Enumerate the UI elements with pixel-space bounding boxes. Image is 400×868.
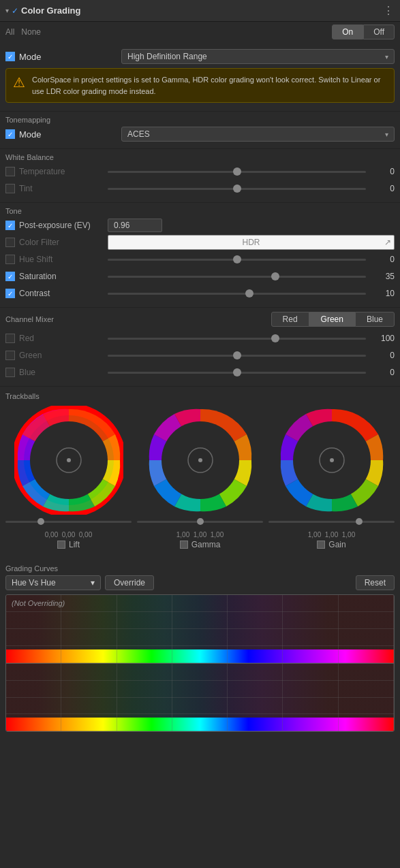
trackball-lift-slider[interactable] — [5, 517, 132, 526]
temperature-value: 0 — [370, 167, 395, 176]
more-options-icon[interactable]: ⋮ — [383, 4, 395, 17]
channel-blue-slider[interactable] — [108, 366, 366, 379]
white-balance-label: White Balance — [5, 153, 395, 161]
hdr-field[interactable]: HDR ↗ — [108, 235, 395, 250]
color-filter-checkbox[interactable] — [5, 238, 15, 247]
channel-red-label: Red — [19, 334, 108, 343]
panel-title: Color Grading — [21, 5, 383, 16]
trackball-gain: 1,00 1,00 1,00 Gain — [268, 406, 395, 549]
tint-row: Tint 0 — [5, 181, 395, 196]
post-exposure-label: Post-exposure (EV) — [19, 221, 108, 230]
hue-shift-slider[interactable] — [108, 253, 366, 266]
channel-buttons: Red Green Blue — [271, 312, 395, 327]
trackball-lift-thumb[interactable] — [37, 518, 44, 525]
reset-button[interactable]: Reset — [356, 575, 395, 590]
channel-blue-thumb[interactable] — [233, 368, 241, 376]
tint-checkbox[interactable] — [5, 184, 15, 193]
saturation-slider[interactable] — [108, 270, 366, 283]
channel-red-slider[interactable] — [108, 332, 366, 344]
tint-thumb[interactable] — [233, 184, 241, 193]
temperature-row: Temperature 0 — [5, 164, 395, 179]
channel-green-thumb[interactable] — [233, 351, 241, 359]
trackball-gamma-slider[interactable] — [137, 517, 263, 526]
trackball-gain-label: Gain — [317, 540, 345, 549]
tint-slider[interactable] — [108, 182, 366, 195]
trackball-gamma-ring[interactable] — [146, 406, 255, 515]
contrast-control: 10 — [108, 287, 395, 300]
channel-red-thumb[interactable] — [271, 334, 279, 342]
trackballs-section: Trackballs — [0, 387, 400, 560]
tonemapping-mode-value: ACES — [127, 129, 150, 139]
tint-value: 0 — [370, 184, 395, 193]
channel-red-checkbox[interactable] — [5, 334, 15, 343]
hue-shift-control: 0 — [108, 253, 395, 266]
contrast-value: 10 — [370, 289, 395, 298]
off-button[interactable]: Off — [363, 25, 395, 39]
trackball-lift-name: Lift — [69, 540, 80, 549]
trackball-gain-slider[interactable] — [268, 517, 395, 526]
temperature-slider[interactable] — [108, 165, 366, 178]
tonemapping-mode-checkbox[interactable] — [5, 129, 15, 139]
saturation-thumb[interactable] — [271, 272, 279, 280]
trackball-gamma-name: Gamma — [191, 540, 221, 549]
temperature-control: 0 — [108, 165, 395, 178]
enabled-checkbox-icon[interactable]: ✓ — [12, 6, 18, 16]
tint-label: Tint — [19, 184, 108, 193]
temperature-thumb[interactable] — [233, 167, 241, 176]
trackball-gain-values: 1,00 1,00 1,00 — [308, 531, 356, 539]
none-button[interactable]: None — [21, 27, 41, 37]
override-button[interactable]: Override — [105, 575, 154, 590]
all-button[interactable]: All — [5, 27, 14, 37]
channel-mixer-section: Channel Mixer Red Green Blue Red 100 — [0, 308, 400, 387]
mode-dropdown[interactable]: High Definition Range ▾ — [121, 49, 395, 64]
channel-green-checkbox[interactable] — [5, 351, 15, 360]
hue-shift-label: Hue Shift — [19, 255, 108, 264]
trackball-gamma: 1,00 1,00 1,00 Gamma — [137, 406, 263, 549]
curves-dropdown[interactable]: Hue Vs Hue ▾ — [5, 575, 101, 590]
trackball-gamma-label: Gamma — [180, 540, 221, 549]
hue-shift-checkbox[interactable] — [5, 255, 15, 264]
hdr-expand-icon[interactable]: ↗ — [384, 238, 391, 247]
post-exposure-value[interactable]: 0.96 — [108, 219, 162, 232]
all-none-row: All None On Off — [0, 22, 400, 42]
tint-control: 0 — [108, 182, 395, 195]
channel-blue-button[interactable]: Blue — [355, 312, 395, 327]
warning-text: ColorSpace in project settings is set to… — [32, 74, 387, 97]
color-filter-control: HDR ↗ — [108, 235, 395, 250]
contrast-checkbox[interactable] — [5, 289, 15, 298]
trackball-gamma-thumb[interactable] — [197, 518, 204, 525]
trackball-gain-thumb[interactable] — [356, 518, 363, 525]
trackball-lift-ring[interactable] — [14, 406, 123, 515]
grading-curves-chart[interactable]: (Not Overriding) — [5, 594, 395, 732]
hue-shift-thumb[interactable] — [233, 255, 241, 263]
not-overriding-label: (Not Overriding) — [12, 599, 65, 607]
hdr-label: HDR — [243, 238, 260, 247]
channel-green-value: 0 — [370, 351, 395, 360]
on-button[interactable]: On — [332, 25, 363, 39]
contrast-slider[interactable] — [108, 287, 366, 300]
trackball-gain-ring[interactable] — [277, 406, 386, 515]
channel-blue-value: 0 — [370, 368, 395, 377]
saturation-checkbox[interactable] — [5, 272, 15, 281]
channel-red-button[interactable]: Red — [271, 312, 309, 327]
trackballs-label: Trackballs — [5, 392, 395, 400]
channel-blue-checkbox[interactable] — [5, 368, 15, 377]
mode-checkbox[interactable] — [5, 52, 15, 61]
tonemapping-mode-dropdown[interactable]: ACES ▾ — [121, 127, 395, 142]
contrast-thumb[interactable] — [245, 289, 253, 298]
mode-dropdown-value: High Definition Range — [127, 52, 207, 61]
trackballs-row: 0,00 0,00 0,00 Lift — [5, 406, 395, 549]
tonemapping-dropdown-arrow-icon: ▾ — [385, 131, 388, 138]
svg-point-9 — [330, 458, 334, 462]
trackball-lift-label: Lift — [57, 540, 80, 549]
temperature-checkbox[interactable] — [5, 167, 15, 176]
warning-box: ⚠ ColorSpace in project settings is set … — [5, 68, 395, 103]
curves-bottom-panel — [6, 663, 394, 731]
channel-green-slider[interactable] — [108, 349, 366, 361]
tonemapping-section: Tonemapping Mode ACES ▾ — [0, 112, 400, 149]
collapse-arrow-icon[interactable]: ▾ — [5, 7, 9, 14]
channel-mixer-label: Channel Mixer — [5, 315, 271, 323]
post-exposure-checkbox[interactable] — [5, 221, 15, 230]
trackball-gain-box-icon — [317, 541, 325, 549]
channel-green-button[interactable]: Green — [309, 312, 355, 327]
